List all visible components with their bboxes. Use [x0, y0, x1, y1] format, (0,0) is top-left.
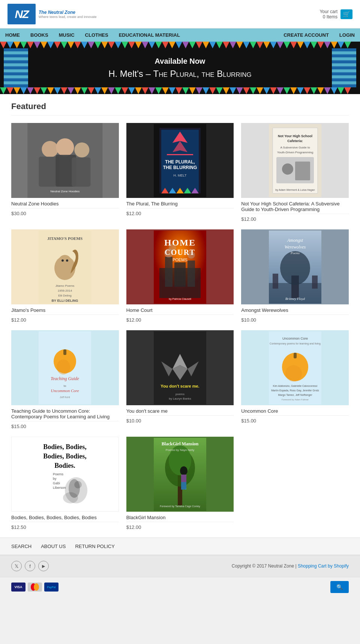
- paypal-label: PayPal: [47, 586, 56, 589]
- facebook-icon[interactable]: f: [25, 561, 35, 571]
- svg-text:Neutral Zone Hoodies: Neutral Zone Hoodies: [50, 190, 80, 193]
- svg-text:by: by: [53, 477, 57, 481]
- logo-sub: The Neutral Zone Where teens lead, creat…: [39, 10, 97, 19]
- svg-text:to: to: [64, 384, 66, 388]
- product-name: Teaching Guide to Uncommon Core: Contemp…: [11, 408, 119, 419]
- nav-books[interactable]: BOOKS: [25, 28, 54, 42]
- svg-text:Bodies.: Bodies.: [55, 462, 76, 469]
- product-item[interactable]: Bodies, Bodies, Bodies, Bodies, Bodies. …: [11, 437, 119, 530]
- product-item[interactable]: Not Your High School Cafeteria: A Subver…: [241, 123, 349, 222]
- product-name: Amongst Werewolves: [241, 307, 349, 313]
- product-item[interactable]: Amongst Werewolves Poems Brittney Floyd …: [241, 229, 349, 323]
- svg-rect-58: [273, 274, 278, 289]
- product-image-bodies: Bodies, Bodies, Bodies, Bodies, Bodies. …: [11, 437, 119, 512]
- nav-home[interactable]: HOME: [0, 28, 25, 42]
- banner: Available Now H. Melt's – The Plural, th…: [0, 42, 360, 94]
- logo-area: NZ The Neutral Zone Where teens lead, cr…: [8, 4, 97, 24]
- svg-text:Poems by Nayo Nelly: Poems by Nayo Nelly: [166, 448, 194, 452]
- footer-link-about[interactable]: ABOUT US: [41, 544, 66, 549]
- svg-rect-66: [63, 349, 66, 355]
- svg-text:Brittney Floyd: Brittney Floyd: [285, 297, 305, 301]
- svg-rect-59: [312, 276, 318, 289]
- product-name: Not Your High School Cafeteria: A Subver…: [241, 201, 349, 212]
- svg-text:by Adam Wermont & Luisa Hagan: by Adam Wermont & Luisa Hagan: [275, 189, 315, 192]
- svg-point-35: [58, 255, 72, 270]
- svg-rect-44: [165, 257, 172, 287]
- product-name: Jitamo's Poems: [11, 307, 119, 313]
- footer-link-search[interactable]: SEARCH: [11, 544, 32, 549]
- nav-create-account[interactable]: CREATE ACCOUNT: [278, 28, 334, 42]
- svg-text:by Lauryn Banks: by Lauryn Banks: [169, 397, 191, 400]
- youtube-icon[interactable]: ▶: [38, 561, 49, 571]
- product-item[interactable]: You don't scare me. poems by Lauryn Bank…: [126, 330, 234, 429]
- svg-point-29: [282, 163, 293, 175]
- nav-educational[interactable]: EDUCATIONAL MATERIAL: [114, 28, 185, 42]
- svg-text:THE PLURAL,: THE PLURAL,: [165, 159, 195, 165]
- product-item[interactable]: HOME COURT POEMS by Patricia Clausell Ho…: [126, 229, 234, 323]
- svg-point-3: [74, 142, 89, 157]
- svg-text:Werewolves: Werewolves: [284, 244, 306, 250]
- cart-icon[interactable]: 🛒: [340, 9, 352, 19]
- svg-text:poems: poems: [176, 392, 184, 396]
- svg-text:Bodies, Bodies,: Bodies, Bodies,: [44, 452, 87, 460]
- svg-text:Cafeteria:: Cafeteria:: [287, 139, 303, 143]
- product-price: $12.00: [126, 208, 234, 216]
- svg-point-2: [56, 138, 74, 156]
- product-item[interactable]: THE PLURAL, THE BLURRING H. MELT The Plu…: [126, 123, 234, 222]
- product-image-werewolves: Amongst Werewolves Poems Brittney Floyd: [241, 229, 349, 304]
- footer-bottom: 𝕏 f ▶ Copyright © 2017 Neutral Zone | Sh…: [0, 555, 360, 577]
- banner-available: Available Now: [108, 57, 252, 66]
- product-item[interactable]: BlackGirl Mansion Poems by Nayo Nelly Fo…: [126, 437, 234, 530]
- product-item[interactable]: Uncommon Core Contemporary poems for lea…: [241, 330, 349, 429]
- svg-text:Jitamo Poems: Jitamo Poems: [56, 284, 75, 288]
- svg-text:Liberson: Liberson: [53, 486, 66, 490]
- product-image-hoodies: Neutral Zone Hoodies: [11, 123, 119, 198]
- svg-point-37: [66, 259, 68, 262]
- product-item[interactable]: Teaching Guide to Uncommon Core Joff Ken…: [11, 330, 119, 429]
- svg-text:Contemporary poems for learnin: Contemporary poems for learning and livi…: [270, 342, 321, 345]
- product-price: $12.00: [126, 522, 234, 530]
- visa-card-icon: VISA: [11, 583, 26, 592]
- svg-text:by Patricia Clausell: by Patricia Clausell: [169, 298, 191, 301]
- svg-rect-30: [295, 162, 310, 180]
- search-button[interactable]: 🔍: [330, 581, 349, 593]
- svg-text:Poems: Poems: [290, 251, 300, 255]
- main-content: Featured Neutral Zone Hoodies Neutral Zo…: [0, 94, 360, 538]
- main-nav: HOME BOOKS MUSIC CLOTHES EDUCATIONAL MAT…: [0, 28, 360, 42]
- product-item[interactable]: JITAMO'S POEMS Jitamo Poems 1959-2014 El…: [11, 229, 119, 323]
- nav-login[interactable]: LOGIN: [334, 28, 360, 42]
- product-name: Home Court: [126, 307, 234, 313]
- product-name: Bodies, Bodies, Bodies, Bodies, Bodies: [11, 515, 119, 520]
- shopify-link[interactable]: Shopping Cart by Shopify: [298, 563, 349, 569]
- cart-text: Your cart 0 Items: [320, 9, 338, 19]
- product-price: $30.00: [11, 208, 119, 216]
- svg-text:Teaching Guide: Teaching Guide: [51, 376, 80, 381]
- product-price: $10.00: [126, 415, 234, 424]
- svg-rect-45: [188, 261, 195, 287]
- payment-footer: VISA PayPal 🔍: [0, 577, 360, 597]
- svg-rect-84: [294, 353, 297, 358]
- product-item[interactable]: Neutral Zone Hoodies Neutral Zone Hoodie…: [11, 123, 119, 222]
- svg-text:Foreword by Tameka Cage Conley: Foreword by Tameka Cage Conley: [160, 505, 200, 508]
- svg-text:1959-2014: 1959-2014: [58, 289, 72, 292]
- svg-text:A Subversive Guide to: A Subversive Guide to: [280, 146, 310, 149]
- cart-count: 0 Items: [320, 14, 338, 19]
- nav-clothes[interactable]: CLOTHES: [80, 28, 114, 42]
- svg-point-85: [285, 365, 302, 382]
- nav-left: HOME BOOKS MUSIC CLOTHES EDUCATIONAL MAT…: [0, 28, 185, 42]
- svg-point-106: [180, 466, 188, 475]
- cart-area[interactable]: Your cart 0 Items 🛒: [320, 9, 352, 19]
- svg-text:Bodies, Bodies,: Bodies, Bodies,: [44, 443, 87, 451]
- footer-link-return[interactable]: RETURN POLICY: [75, 544, 114, 549]
- svg-text:HOME: HOME: [164, 238, 196, 247]
- product-image-dontscare: You don't scare me. poems by Lauryn Bank…: [126, 330, 234, 405]
- nav-music[interactable]: MUSIC: [54, 28, 80, 42]
- logo-box[interactable]: NZ: [8, 4, 36, 24]
- svg-rect-109: [181, 482, 186, 490]
- product-name: Uncommon Core: [241, 408, 349, 414]
- product-name: BlackGirl Mansion: [126, 515, 234, 520]
- twitter-icon[interactable]: 𝕏: [11, 561, 22, 571]
- svg-rect-46: [174, 262, 186, 287]
- banner-dash: –: [146, 69, 150, 79]
- svg-text:Not Your High School: Not Your High School: [278, 134, 312, 138]
